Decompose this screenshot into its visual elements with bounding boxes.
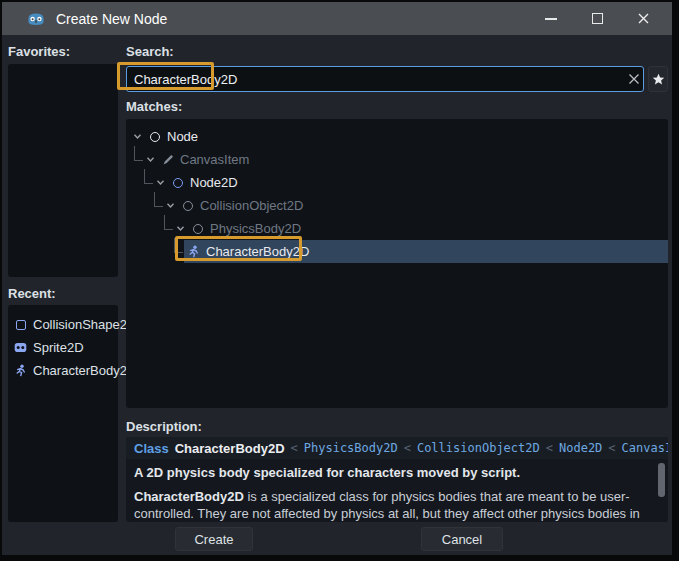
tree-row: PhysicsBody2D — [126, 217, 668, 240]
matches-label: Matches: — [126, 99, 182, 114]
tree-guide — [154, 192, 163, 207]
class-prefix: Class — [134, 441, 169, 456]
description-panel: Class CharacterBody2D <PhysicsBody2D<Col… — [126, 437, 668, 522]
chain-separator: < — [404, 441, 411, 455]
title-bar[interactable]: Create New Node — [2, 2, 672, 35]
tree-row: Node — [126, 125, 668, 148]
tree-item-canvasitem[interactable]: CanvasItem — [158, 148, 668, 171]
star-icon — [652, 73, 665, 86]
tree-item-physicsbody2d[interactable]: PhysicsBody2D — [188, 217, 668, 240]
tree-item-label: Node — [167, 129, 198, 144]
screen: Create New Node Favorites: Recent: Colli… — [0, 0, 679, 561]
clear-search-icon[interactable] — [627, 72, 641, 86]
tree-row: Node2D — [126, 171, 668, 194]
tree-item-label: CanvasItem — [180, 152, 249, 167]
scrollbar-thumb[interactable] — [658, 463, 665, 497]
characterbody2d-icon — [14, 364, 27, 377]
tree-item-node2d[interactable]: Node2D — [168, 171, 668, 194]
tree-item-label: PhysicsBody2D — [210, 221, 301, 236]
minimize-icon — [545, 18, 557, 20]
search-label: Search: — [126, 44, 174, 59]
ancestor-links: <PhysicsBody2D<CollisionObject2D<Node2D<… — [291, 441, 668, 455]
recent-item-label: Sprite2D — [33, 340, 84, 355]
recent-list[interactable]: CollisionShape2DSprite2DCharacterBody2D — [8, 305, 118, 522]
chevron-down-icon[interactable] — [131, 132, 143, 141]
favorites-label: Favorites: — [8, 44, 70, 59]
recent-item-characterbody2d[interactable]: CharacterBody2D — [14, 359, 118, 382]
favorite-star-button[interactable] — [648, 66, 668, 92]
chain-separator: < — [608, 441, 615, 455]
godot-logo-icon — [26, 9, 46, 29]
physicsbody2d-icon — [191, 222, 204, 235]
ancestor-link-physicsbody2d[interactable]: PhysicsBody2D — [304, 441, 398, 455]
minimize-button[interactable] — [528, 2, 574, 35]
collisionshape2d-icon — [14, 318, 27, 331]
tree-item-node[interactable]: Node — [145, 125, 668, 148]
maximize-button[interactable] — [574, 2, 620, 35]
chevron-down-icon[interactable] — [154, 178, 166, 187]
tree-guide — [144, 169, 153, 184]
chevron-down-icon[interactable] — [144, 155, 156, 164]
tree-row: CollisionObject2D — [126, 194, 668, 217]
create-button[interactable]: Create — [175, 527, 253, 551]
tree-guide — [164, 215, 173, 230]
recent-item-label: CollisionShape2D — [33, 317, 136, 332]
maximize-icon — [592, 13, 603, 24]
ancestor-link-node2d[interactable]: Node2D — [559, 441, 602, 455]
tree-guide — [174, 238, 183, 253]
tree-item-label: CollisionObject2D — [200, 198, 303, 213]
description-label: Description: — [126, 419, 202, 434]
recent-item-collisionshape2d[interactable]: CollisionShape2D — [14, 313, 118, 336]
tree-item-label: CharacterBody2D — [206, 244, 309, 259]
class-name: CharacterBody2D — [175, 441, 285, 456]
tree-row: CanvasItem — [126, 148, 668, 171]
matches-tree: NodeCanvasItemNode2DCollisionObject2DPhy… — [126, 119, 668, 408]
class-brief: A 2D physics body specialized for charac… — [126, 459, 668, 480]
chain-separator: < — [546, 441, 553, 455]
tree-item-characterbody2d[interactable]: CharacterBody2D — [184, 240, 668, 263]
tree-item-collisionobject2d[interactable]: CollisionObject2D — [178, 194, 668, 217]
tree-guide — [134, 146, 143, 161]
search-input[interactable] — [126, 66, 644, 92]
description-scrollbar[interactable] — [658, 461, 665, 521]
create-new-node-dialog: Create New Node Favorites: Recent: Colli… — [2, 2, 672, 555]
class-detail: CharacterBody2D is a specialized class f… — [126, 480, 668, 522]
sprite2d-icon — [14, 341, 27, 354]
close-icon — [637, 12, 650, 25]
ancestor-link-collisionobject2d[interactable]: CollisionObject2D — [417, 441, 540, 455]
characterbody2d-icon — [187, 245, 200, 258]
favorites-list[interactable] — [8, 64, 118, 277]
recent-label: Recent: — [8, 286, 56, 301]
node-icon — [148, 130, 161, 143]
window-title: Create New Node — [56, 11, 167, 27]
chain-separator: < — [291, 441, 298, 455]
tree-item-label: Node2D — [190, 175, 238, 190]
tree-row: CharacterBody2D — [126, 240, 668, 263]
close-button[interactable] — [620, 2, 666, 35]
class-detail-bold: CharacterBody2D — [134, 489, 244, 504]
chevron-down-icon[interactable] — [164, 201, 176, 210]
ancestor-link-canvasitem[interactable]: CanvasItem — [622, 441, 668, 455]
cancel-button[interactable]: Cancel — [421, 527, 503, 551]
class-hierarchy: Class CharacterBody2D <PhysicsBody2D<Col… — [126, 437, 668, 459]
recent-item-label: CharacterBody2D — [33, 363, 136, 378]
canvasitem-icon — [161, 153, 174, 166]
node2d-icon — [171, 176, 184, 189]
chevron-down-icon[interactable] — [174, 224, 186, 233]
recent-item-sprite2d[interactable]: Sprite2D — [14, 336, 118, 359]
collisionobject2d-icon — [181, 199, 194, 212]
